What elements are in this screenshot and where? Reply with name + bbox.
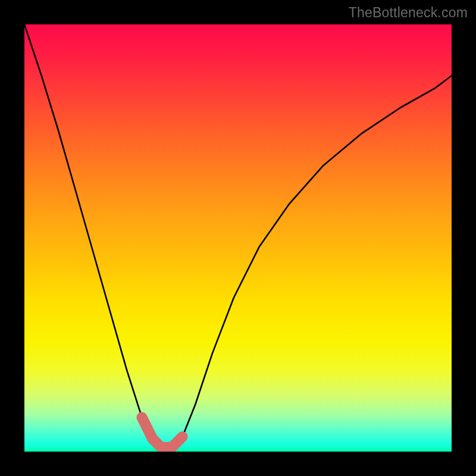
bottleneck-curve-line bbox=[24, 24, 452, 447]
plot-area bbox=[24, 24, 452, 452]
chart-frame: TheBottleneck.com bbox=[0, 0, 476, 476]
watermark-text: TheBottleneck.com bbox=[349, 5, 468, 21]
highlight-segment bbox=[142, 418, 183, 447]
curve-layer bbox=[24, 24, 452, 452]
